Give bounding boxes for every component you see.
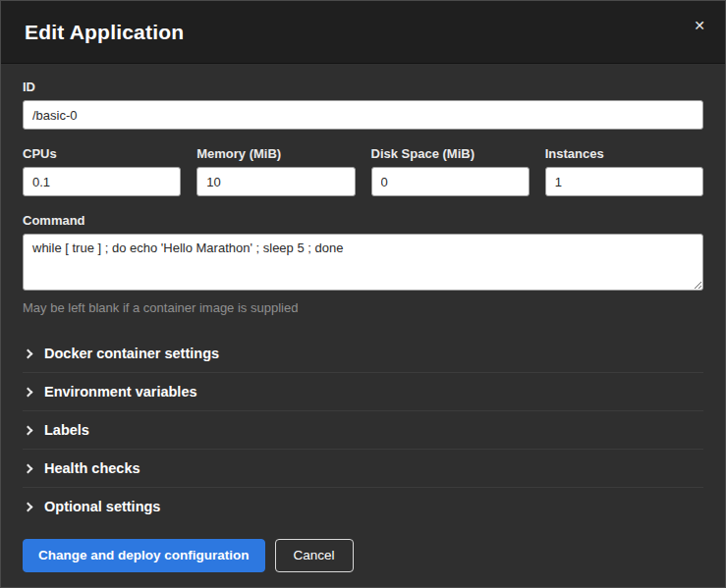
section-optional-settings[interactable]: Optional settings xyxy=(23,487,703,525)
memory-input[interactable] xyxy=(196,167,355,196)
section-labels[interactable]: Labels xyxy=(23,410,703,449)
close-icon[interactable]: ✕ xyxy=(690,15,709,36)
resources-row: CPUs Memory (MiB) Disk Space (MiB) Insta… xyxy=(23,146,703,196)
chevron-right-icon xyxy=(24,387,33,397)
chevron-right-icon xyxy=(24,425,33,435)
instances-field-group: Instances xyxy=(545,146,703,196)
cpus-input[interactable] xyxy=(23,167,181,196)
section-docker-container-settings[interactable]: Docker container settings xyxy=(23,335,703,372)
section-label: Docker container settings xyxy=(44,346,219,361)
cpus-label: CPUs xyxy=(23,146,181,161)
command-field-group: Command while [ true ] ; do echo 'Hello … xyxy=(23,213,703,315)
command-help-text: May be left blank if a container image i… xyxy=(23,300,703,315)
modal-header: Edit Application ✕ xyxy=(1,1,725,64)
chevron-right-icon xyxy=(24,348,33,358)
section-health-checks[interactable]: Health checks xyxy=(23,449,703,487)
section-label: Labels xyxy=(44,422,89,438)
disk-input[interactable] xyxy=(371,167,530,196)
chevron-right-icon xyxy=(24,463,33,473)
memory-label: Memory (MiB) xyxy=(196,146,355,161)
modal-footer: Change and deploy configuration Cancel xyxy=(1,525,725,588)
edit-application-modal: Edit Application ✕ ID CPUs Memory (MiB) … xyxy=(0,0,726,588)
chevron-right-icon xyxy=(24,502,33,511)
id-label: ID xyxy=(23,80,703,94)
command-label: Command xyxy=(23,213,703,228)
cancel-button[interactable]: Cancel xyxy=(275,539,354,572)
id-input[interactable] xyxy=(23,100,703,130)
instances-input[interactable] xyxy=(545,167,703,196)
disk-label: Disk Space (MiB) xyxy=(371,146,530,161)
id-field-group: ID xyxy=(23,80,703,130)
collapsible-sections: Docker container settings Environment va… xyxy=(23,335,703,525)
change-and-deploy-button[interactable]: Change and deploy configuration xyxy=(23,539,265,572)
section-label: Optional settings xyxy=(44,499,160,514)
disk-field-group: Disk Space (MiB) xyxy=(371,146,530,196)
section-label: Environment variables xyxy=(44,384,197,400)
command-textarea[interactable]: while [ true ] ; do echo 'Hello Marathon… xyxy=(23,234,703,291)
modal-title: Edit Application xyxy=(25,21,184,44)
section-environment-variables[interactable]: Environment variables xyxy=(23,372,703,410)
memory-field-group: Memory (MiB) xyxy=(196,146,355,196)
instances-label: Instances xyxy=(545,146,703,161)
cpus-field-group: CPUs xyxy=(23,146,181,196)
section-label: Health checks xyxy=(44,460,140,476)
modal-body: ID CPUs Memory (MiB) Disk Space (MiB) In… xyxy=(1,64,725,525)
